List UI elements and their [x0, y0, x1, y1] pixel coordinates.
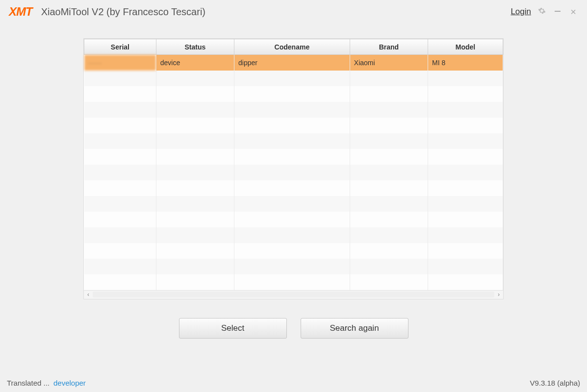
cell-empty: [350, 149, 428, 165]
main-content: Serial Status Codename Brand Model ——dev…: [0, 24, 587, 339]
table-row[interactable]: [84, 86, 503, 102]
cell-empty: [234, 259, 350, 274]
cell-empty: [234, 102, 350, 118]
cell-empty: [84, 165, 156, 180]
col-model[interactable]: Model: [428, 39, 503, 55]
cell-empty: [350, 133, 428, 149]
cell-empty: [234, 180, 350, 196]
table-row[interactable]: [84, 212, 503, 227]
col-status[interactable]: Status: [156, 39, 234, 55]
cell-empty: [84, 71, 156, 86]
cell-model: MI 8: [428, 55, 503, 71]
cell-empty: [234, 274, 350, 290]
table-row[interactable]: [84, 243, 503, 259]
titlebar-controls: Login ×: [510, 6, 578, 18]
footer-left: Translated ... developer: [7, 379, 86, 387]
cell-empty: [156, 259, 234, 274]
cell-empty: [428, 86, 503, 102]
cell-empty: [428, 259, 503, 274]
table-row[interactable]: [84, 196, 503, 212]
cell-empty: [234, 243, 350, 259]
cell-empty: [156, 243, 234, 259]
table-row[interactable]: [84, 133, 503, 149]
cell-empty: [428, 212, 503, 227]
cell-empty: [428, 180, 503, 196]
app-logo: XMT: [9, 5, 32, 19]
cell-empty: [84, 180, 156, 196]
cell-empty: [428, 165, 503, 180]
cell-empty: [350, 71, 428, 86]
cell-empty: [234, 149, 350, 165]
cell-empty: [156, 180, 234, 196]
cell-empty: [428, 243, 503, 259]
cell-empty: [428, 102, 503, 118]
cell-empty: [84, 243, 156, 259]
horizontal-scrollbar[interactable]: ‹ ›: [84, 290, 503, 299]
col-brand[interactable]: Brand: [350, 39, 428, 55]
table-row[interactable]: [84, 165, 503, 180]
scroll-right-icon[interactable]: ›: [494, 290, 503, 299]
table-row[interactable]: ——devicedipperXiaomiMI 8: [84, 55, 503, 71]
cell-empty: [156, 227, 234, 243]
cell-empty: [428, 71, 503, 86]
cell-empty: [84, 259, 156, 274]
cell-empty: [156, 102, 234, 118]
cell-empty: [234, 118, 350, 133]
cell-empty: [234, 165, 350, 180]
col-codename[interactable]: Codename: [234, 39, 350, 55]
cell-empty: [350, 86, 428, 102]
table-row[interactable]: [84, 227, 503, 243]
cell-empty: [156, 196, 234, 212]
cell-empty: [350, 227, 428, 243]
table-row[interactable]: [84, 259, 503, 274]
cell-empty: [234, 133, 350, 149]
cell-empty: [428, 133, 503, 149]
scroll-left-icon[interactable]: ‹: [84, 290, 93, 299]
cell-codename: dipper: [234, 55, 350, 71]
col-serial[interactable]: Serial: [84, 39, 156, 55]
table-row[interactable]: [84, 102, 503, 118]
cell-empty: [156, 165, 234, 180]
cell-empty: [234, 71, 350, 86]
cell-empty: [234, 86, 350, 102]
cell-empty: [350, 274, 428, 290]
cell-empty: [428, 149, 503, 165]
scroll-track[interactable]: [93, 292, 494, 297]
table-row[interactable]: [84, 180, 503, 196]
cell-status: device: [156, 55, 234, 71]
minimize-icon[interactable]: [553, 7, 562, 17]
table-row[interactable]: [84, 71, 503, 86]
developer-link[interactable]: developer: [53, 379, 86, 387]
cell-empty: [84, 133, 156, 149]
version-label: V9.3.18 (alpha): [530, 379, 580, 387]
cell-empty: [84, 196, 156, 212]
cell-empty: [156, 149, 234, 165]
select-button[interactable]: Select: [179, 318, 287, 339]
cell-empty: [350, 212, 428, 227]
cell-empty: [428, 227, 503, 243]
titlebar: XMT XiaoMiTool V2 (by Francesco Tescari)…: [0, 0, 587, 24]
table-row[interactable]: [84, 149, 503, 165]
cell-empty: [156, 212, 234, 227]
table-row[interactable]: [84, 118, 503, 133]
cell-empty: [350, 259, 428, 274]
cell-empty: [350, 180, 428, 196]
device-table-wrap: Serial Status Codename Brand Model ——dev…: [83, 38, 504, 299]
cell-empty: [350, 102, 428, 118]
cell-empty: [84, 102, 156, 118]
table-row[interactable]: [84, 274, 503, 290]
cell-serial: ——: [84, 55, 156, 71]
cell-empty: [234, 227, 350, 243]
login-link[interactable]: Login: [510, 7, 531, 17]
device-table: Serial Status Codename Brand Model ——dev…: [84, 39, 503, 290]
gear-icon[interactable]: [537, 7, 547, 17]
cell-empty: [156, 86, 234, 102]
cell-empty: [84, 118, 156, 133]
search-again-button[interactable]: Search again: [301, 318, 408, 339]
close-icon[interactable]: ×: [568, 6, 578, 18]
cell-empty: [156, 133, 234, 149]
cell-empty: [428, 118, 503, 133]
cell-empty: [84, 274, 156, 290]
cell-empty: [350, 196, 428, 212]
cell-empty: [350, 243, 428, 259]
